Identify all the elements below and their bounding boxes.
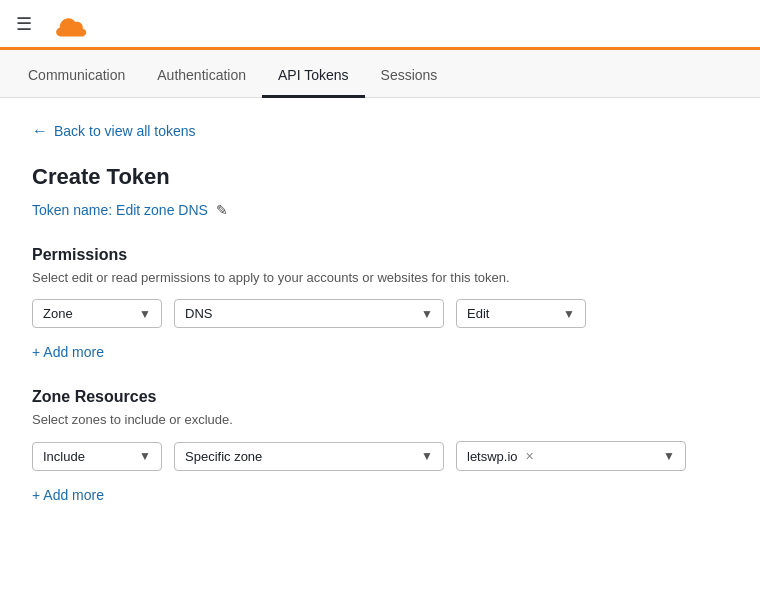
zone-resources-dropdown-value[interactable]: letswp.io × ▼ [456,441,686,471]
tab-sessions[interactable]: Sessions [365,55,454,98]
permissions-dns-label: DNS [185,306,212,321]
zone-tag-value-container: letswp.io × [467,448,534,464]
zone-tag-arrow: ▼ [663,449,675,463]
token-name-value: Edit zone DNS [116,202,208,218]
zone-resources-section: Zone Resources Select zones to include o… [32,388,728,503]
zone-tag-close-icon[interactable]: × [526,448,534,464]
token-name-label: Token name: [32,202,112,218]
zone-resources-dropdown-row: Include ▼ Specific zone ▼ letswp.io × ▼ [32,441,728,471]
hamburger-icon[interactable]: ☰ [16,13,32,35]
permissions-description: Select edit or read permissions to apply… [32,270,728,285]
permissions-dropdown-row: Zone ▼ DNS ▼ Edit ▼ [32,299,728,328]
back-link[interactable]: ← Back to view all tokens [32,122,196,140]
zone-resources-title: Zone Resources [32,388,728,406]
edit-icon[interactable]: ✎ [216,202,228,218]
nav-tabs: Communication Authentication API Tokens … [0,50,760,98]
back-arrow-icon: ← [32,122,48,140]
page-title: Create Token [32,164,728,190]
tab-authentication[interactable]: Authentication [141,55,262,98]
permissions-edit-arrow: ▼ [563,307,575,321]
tab-api-tokens[interactable]: API Tokens [262,55,365,98]
permissions-zone-label: Zone [43,306,73,321]
permissions-dns-arrow: ▼ [421,307,433,321]
cloudflare-logo [48,10,92,38]
top-bar: ☰ [0,0,760,50]
zone-include-label: Include [43,449,85,464]
zone-specific-arrow: ▼ [421,449,433,463]
zone-resources-add-more[interactable]: + Add more [32,487,104,503]
permissions-dropdown-zone[interactable]: Zone ▼ [32,299,162,328]
permissions-title: Permissions [32,246,728,264]
back-link-text: Back to view all tokens [54,123,196,139]
permissions-dropdown-edit[interactable]: Edit ▼ [456,299,586,328]
zone-resources-description: Select zones to include or exclude. [32,412,728,427]
main-content: ← Back to view all tokens Create Token T… [0,98,760,555]
permissions-zone-arrow: ▼ [139,307,151,321]
zone-tag-text: letswp.io [467,449,518,464]
permissions-add-more[interactable]: + Add more [32,344,104,360]
zone-resources-dropdown-include[interactable]: Include ▼ [32,442,162,471]
permissions-dropdown-dns[interactable]: DNS ▼ [174,299,444,328]
zone-specific-label: Specific zone [185,449,262,464]
zone-include-arrow: ▼ [139,449,151,463]
tab-communication[interactable]: Communication [12,55,141,98]
zone-resources-dropdown-specific[interactable]: Specific zone ▼ [174,442,444,471]
permissions-edit-label: Edit [467,306,489,321]
token-name-line: Token name: Edit zone DNS ✎ [32,202,728,218]
permissions-section: Permissions Select edit or read permissi… [32,246,728,360]
